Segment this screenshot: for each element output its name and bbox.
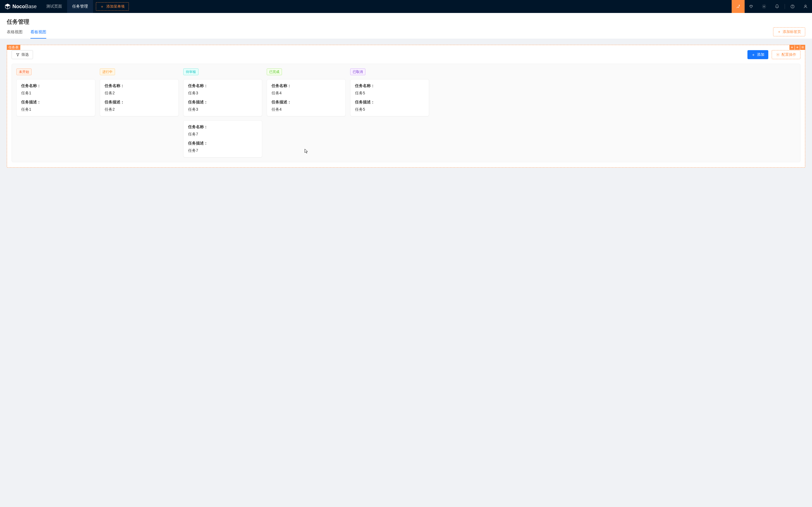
card-name-label: 任务名称： xyxy=(188,83,257,89)
card-desc-label: 任务描述： xyxy=(188,100,257,105)
config-label: 配置操作 xyxy=(781,52,796,57)
card-name-label: 任务名称： xyxy=(188,124,257,129)
kanban-column: 未开始任务名称：任务1任务描述：任务1 xyxy=(16,68,95,158)
kanban-status-tag: 未开始 xyxy=(16,68,32,75)
svg-point-3 xyxy=(805,5,806,6)
block-actions: 筛选 ＋ 添加 配置操作 xyxy=(11,50,801,64)
help-icon[interactable] xyxy=(786,0,799,13)
user-icon[interactable] xyxy=(799,0,812,13)
nav-item-tasks[interactable]: 任务管理 xyxy=(67,0,93,13)
filter-icon xyxy=(16,53,20,57)
card-desc-value: 任务4 xyxy=(271,107,341,112)
add-tab-button[interactable]: ＋ 添加标签页 xyxy=(773,27,805,36)
block-inner: 筛选 ＋ 添加 配置操作 未开始任务名称：任务1任务描述：任务1进行中任务名称：… xyxy=(7,45,805,167)
card-desc-label: 任务描述： xyxy=(105,100,174,105)
kanban-board: 未开始任务名称：任务1任务描述：任务1进行中任务名称：任务2任务描述：任务2待审… xyxy=(11,64,801,162)
card-desc-value: 任务2 xyxy=(105,107,174,112)
add-tab-label: 添加标签页 xyxy=(783,29,801,34)
svg-point-0 xyxy=(763,6,765,7)
card-name-label: 任务名称： xyxy=(271,83,341,89)
kanban-status-tag: 进行中 xyxy=(100,68,115,75)
page: 任务管理 表格视图 看板视图 ＋ 添加标签页 任务表 xyxy=(0,13,812,174)
card-desc-label: 任务描述： xyxy=(188,141,257,146)
top-nav: 测试页面 任务管理 ＋ 添加菜单项 xyxy=(41,0,732,13)
logo-text-base: Base xyxy=(25,4,37,10)
kanban-column: 已完成任务名称：任务4任务描述：任务4 xyxy=(267,68,346,158)
kanban-block: 任务表 筛选 xyxy=(7,45,805,168)
card-name-label: 任务名称： xyxy=(105,83,174,89)
kanban-card[interactable]: 任务名称：任务4任务描述：任务4 xyxy=(267,79,346,116)
kanban-status-tag: 待审核 xyxy=(183,68,199,75)
add-menu-button[interactable]: ＋ 添加菜单项 xyxy=(96,2,129,11)
card-desc-value: 任务1 xyxy=(21,107,91,112)
tab-kanban-view[interactable]: 看板视图 xyxy=(31,30,46,39)
tabs: 表格视图 看板视图 xyxy=(7,30,805,39)
page-title: 任务管理 xyxy=(7,18,805,25)
app-logo[interactable]: NocoBase xyxy=(0,0,41,13)
kanban-status-tag: 已取消 xyxy=(350,68,365,75)
card-name-value: 任务3 xyxy=(188,91,257,96)
add-record-button[interactable]: ＋ 添加 xyxy=(748,50,768,59)
kanban-card[interactable]: 任务名称：任务1任务描述：任务1 xyxy=(16,79,95,116)
card-desc-value: 任务5 xyxy=(355,107,424,112)
svg-point-2 xyxy=(793,7,793,8)
app-header: NocoBase 测试页面 任务管理 ＋ 添加菜单项 xyxy=(0,0,812,13)
kanban-card[interactable]: 任务名称：任务3任务描述：任务3 xyxy=(183,79,262,116)
block-toolbar xyxy=(789,45,805,50)
card-desc-label: 任务描述： xyxy=(355,100,424,105)
card-name-value: 任务5 xyxy=(355,91,424,96)
logo-icon xyxy=(4,3,11,10)
kanban-card[interactable]: 任务名称：任务7任务描述：任务7 xyxy=(183,120,262,158)
kanban-column: 待审核任务名称：任务3任务描述：任务3任务名称：任务7任务描述：任务7 xyxy=(183,68,262,158)
gear-icon xyxy=(776,53,780,57)
plus-icon: ＋ xyxy=(100,4,104,8)
kanban-status-tag: 已完成 xyxy=(267,68,282,75)
page-header: 任务管理 表格视图 看板视图 ＋ 添加标签页 xyxy=(0,13,812,39)
card-desc-label: 任务描述： xyxy=(21,100,91,105)
filter-button[interactable]: 筛选 xyxy=(11,50,33,59)
config-actions-button[interactable]: 配置操作 xyxy=(772,50,801,59)
card-name-value: 任务2 xyxy=(105,91,174,96)
kanban-column: 进行中任务名称：任务2任务描述：任务2 xyxy=(100,68,179,158)
highlight-toggle-icon[interactable] xyxy=(732,0,745,13)
card-name-value: 任务7 xyxy=(188,132,257,137)
kanban-column: 已取消任务名称：任务5任务描述：任务5 xyxy=(350,68,429,158)
kanban-card[interactable]: 任务名称：任务2任务描述：任务2 xyxy=(100,79,179,116)
kanban-card[interactable]: 任务名称：任务5任务描述：任务5 xyxy=(350,79,429,116)
card-name-label: 任务名称： xyxy=(355,83,424,89)
content-area: 任务表 筛选 xyxy=(0,39,812,174)
bell-icon[interactable] xyxy=(770,0,783,13)
block-tag: 任务表 xyxy=(7,45,20,50)
block-menu-icon[interactable] xyxy=(800,45,805,50)
svg-point-14 xyxy=(777,54,778,55)
header-divider xyxy=(784,4,785,9)
card-name-value: 任务1 xyxy=(21,91,91,96)
card-name-value: 任务4 xyxy=(271,91,341,96)
add-menu-label: 添加菜单项 xyxy=(106,4,124,9)
tab-table-view[interactable]: 表格视图 xyxy=(7,30,22,39)
block-add-before-icon[interactable] xyxy=(790,45,795,50)
plugin-icon[interactable] xyxy=(745,0,758,13)
card-desc-value: 任务3 xyxy=(188,107,257,112)
card-desc-label: 任务描述： xyxy=(271,100,341,105)
card-desc-value: 任务7 xyxy=(188,148,257,153)
filter-label: 筛选 xyxy=(21,52,29,57)
plus-icon: ＋ xyxy=(751,53,755,57)
header-right xyxy=(732,0,812,13)
nav-item-test[interactable]: 测试页面 xyxy=(41,0,67,13)
plus-icon: ＋ xyxy=(777,29,781,34)
card-name-label: 任务名称： xyxy=(21,83,91,89)
block-add-after-icon[interactable] xyxy=(795,45,800,50)
add-label: 添加 xyxy=(757,52,764,57)
settings-icon[interactable] xyxy=(758,0,770,13)
logo-text-noco: Noco xyxy=(12,4,25,10)
